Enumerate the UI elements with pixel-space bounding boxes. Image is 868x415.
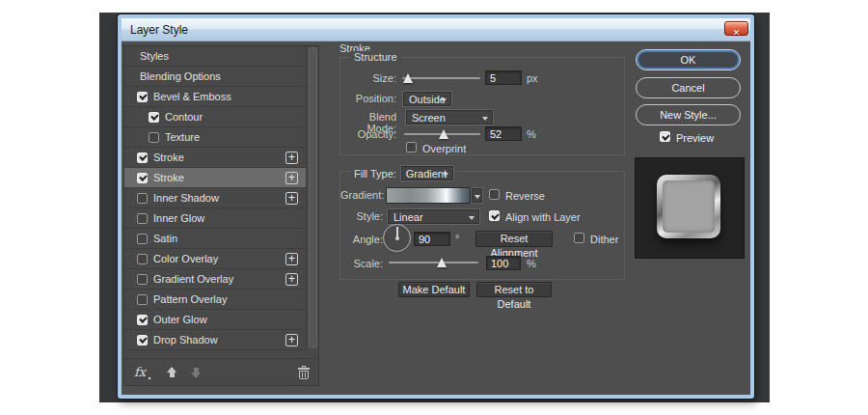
add-effect-button[interactable]: +	[285, 192, 298, 205]
effect-checkbox[interactable]	[137, 234, 148, 244]
position-dropdown[interactable]: Outside	[402, 91, 452, 107]
slider-track[interactable]	[402, 77, 480, 79]
effect-checkbox[interactable]	[137, 173, 148, 183]
effect-checkbox[interactable]	[137, 315, 148, 325]
preview-label: Preview	[676, 132, 714, 144]
sidebar-item-label: Stroke	[153, 172, 184, 183]
sidebar-item-stroke-2[interactable]: Stroke +	[124, 168, 318, 188]
sidebar-item-contour[interactable]: Contour	[124, 107, 318, 127]
effect-checkbox[interactable]	[137, 92, 148, 102]
fx-menu-icon[interactable]: fx	[134, 365, 146, 379]
slider-track[interactable]	[389, 262, 478, 263]
blend-mode-value: Screen	[412, 112, 446, 124]
effect-checkbox[interactable]	[137, 152, 148, 163]
sidebar-item-satin[interactable]: Satin	[124, 229, 318, 249]
chevron-down-icon	[441, 98, 447, 102]
effect-checkbox[interactable]	[137, 274, 148, 285]
add-effect-button[interactable]: +	[285, 152, 298, 164]
add-effect-button[interactable]: +	[285, 334, 298, 346]
sidebar-item-texture[interactable]: Texture	[124, 127, 318, 148]
reset-alignment-button[interactable]: Reset Alignment	[475, 231, 553, 247]
reset-to-default-button[interactable]: Reset to Default	[476, 282, 552, 297]
chevron-down-icon	[443, 173, 448, 177]
effect-checkbox[interactable]	[137, 335, 148, 346]
move-effect-up-icon[interactable]	[167, 367, 177, 378]
size-slider[interactable]	[402, 71, 480, 85]
size-unit: px	[527, 72, 538, 84]
sidebar-item-pattern-overlay[interactable]: Pattern Overlay	[124, 290, 318, 310]
angle-unit: °	[455, 233, 459, 244]
fill-type-legend: Fill Type: Gradient	[350, 165, 458, 181]
effect-checkbox[interactable]	[137, 213, 148, 224]
opacity-slider[interactable]	[404, 127, 480, 141]
slider-thumb[interactable]	[439, 129, 448, 139]
sidebar-item-label: Color Overlay	[153, 253, 218, 264]
sidebar-item-gradient-overlay[interactable]: Gradient Overlay +	[124, 269, 318, 290]
move-effect-down-icon[interactable]	[191, 367, 202, 378]
effects-list: Styles Blending Options Bevel & Emboss C…	[124, 46, 318, 351]
blend-mode-dropdown[interactable]: Screen	[405, 109, 494, 125]
angle-dial[interactable]	[383, 224, 411, 252]
size-input[interactable]	[485, 70, 522, 85]
sidebar-item-outer-glow[interactable]: Outer Glow	[124, 310, 318, 330]
sidebar-item-label: Styles	[140, 50, 169, 62]
effect-checkbox[interactable]	[149, 112, 159, 123]
opacity-input[interactable]	[485, 126, 522, 141]
new-style-button[interactable]: New Style...	[636, 104, 741, 125]
effect-checkbox[interactable]	[137, 193, 148, 204]
preview-checkbox[interactable]	[660, 131, 670, 142]
fill-type-value: Gradient	[406, 168, 447, 180]
delete-effect-icon[interactable]	[298, 366, 310, 379]
effect-checkbox[interactable]	[149, 132, 159, 143]
sidebar-item-blending-options[interactable]: Blending Options	[124, 67, 318, 87]
sidebar-item-drop-shadow[interactable]: Drop Shadow +	[124, 330, 318, 350]
make-default-button[interactable]: Make Default	[398, 282, 470, 297]
preview-stroke-ring	[657, 175, 720, 238]
fill-type-label: Fill Type:	[354, 168, 396, 180]
effects-list-panel: Styles Blending Options Bevel & Emboss C…	[123, 45, 319, 386]
sidebar-item-bevel-emboss[interactable]: Bevel & Emboss	[124, 87, 318, 107]
ok-button[interactable]: OK	[636, 49, 741, 70]
dialog-titlebar[interactable]: Layer Style ✕	[122, 18, 750, 42]
style-dropdown[interactable]: Linear	[387, 208, 480, 225]
effects-list-scrollbar[interactable]	[306, 46, 318, 351]
size-label: Size:	[340, 72, 396, 84]
add-effect-button[interactable]: +	[285, 172, 298, 184]
slider-thumb[interactable]	[437, 258, 447, 267]
gradient-label: Gradient:	[340, 189, 383, 201]
reverse-checkbox[interactable]	[489, 189, 500, 200]
scale-input[interactable]	[486, 256, 521, 270]
gradient-picker-button[interactable]	[471, 187, 483, 204]
fill-type-group: Fill Type: Gradient Gradient: Reverse St…	[339, 171, 625, 280]
fill-type-dropdown[interactable]: Gradient	[400, 165, 454, 181]
align-with-layer-checkbox[interactable]	[489, 210, 500, 221]
dither-checkbox[interactable]	[574, 233, 584, 243]
angle-hub	[395, 236, 399, 240]
dialog-body: Styles Blending Options Bevel & Emboss C…	[122, 42, 748, 394]
effects-list-footer: fx	[124, 358, 318, 385]
add-effect-button[interactable]: +	[285, 253, 298, 265]
sidebar-item-inner-shadow[interactable]: Inner Shadow +	[124, 188, 318, 208]
sidebar-item-color-overlay[interactable]: Color Overlay +	[124, 249, 318, 269]
sidebar-item-styles[interactable]: Styles	[124, 46, 318, 67]
gradient-swatch[interactable]	[386, 187, 471, 204]
effect-checkbox[interactable]	[137, 294, 148, 305]
sidebar-item-label: Texture	[165, 131, 200, 143]
sidebar-item-label: Inner Shadow	[153, 192, 219, 204]
slider-thumb[interactable]	[403, 73, 413, 83]
dialog-title: Layer Style	[130, 23, 188, 37]
position-label: Position:	[340, 93, 396, 104]
close-button[interactable]: ✕	[724, 21, 748, 36]
scrollbar-thumb[interactable]	[309, 47, 317, 348]
scale-slider[interactable]	[389, 256, 478, 269]
sidebar-item-stroke-1[interactable]: Stroke +	[124, 148, 318, 168]
effect-checkbox[interactable]	[137, 254, 148, 264]
sidebar-item-label: Drop Shadow	[153, 334, 218, 346]
sidebar-item-label: Stroke	[153, 152, 184, 163]
sidebar-item-inner-glow[interactable]: Inner Glow	[124, 208, 318, 229]
overprint-checkbox[interactable]	[406, 142, 417, 152]
cancel-button[interactable]: Cancel	[636, 77, 741, 98]
add-effect-button[interactable]: +	[285, 273, 298, 286]
angle-input[interactable]	[414, 232, 450, 246]
opacity-unit: %	[527, 128, 536, 140]
